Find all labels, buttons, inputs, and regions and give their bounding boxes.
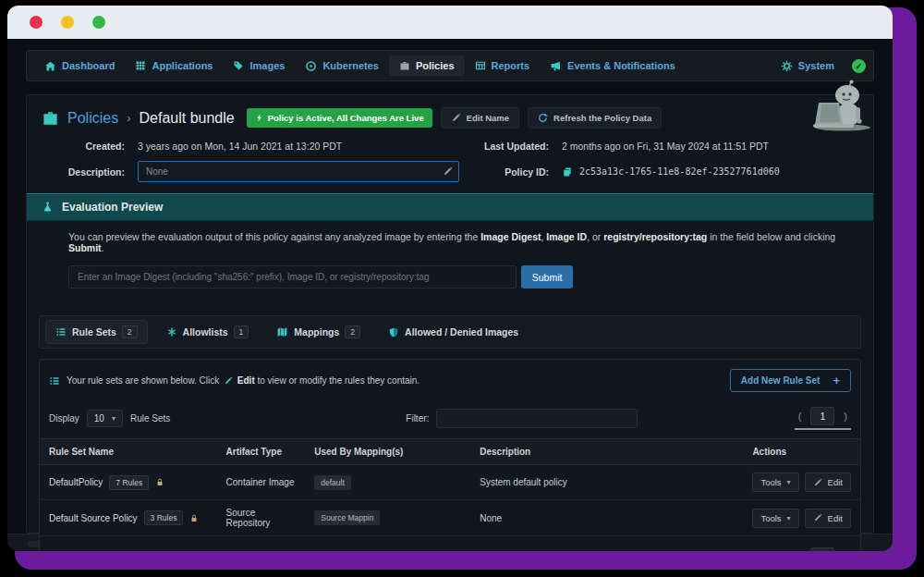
filter-input[interactable]: [436, 409, 638, 428]
copy-icon[interactable]: [562, 166, 573, 178]
nav-item-kubernetes[interactable]: Kubernetes: [295, 55, 389, 77]
nav-label: Images: [249, 60, 285, 71]
rule-sets-info-row: Your rule sets are shown below. Click Ed…: [40, 360, 860, 399]
table-row: Default Source Policy 3 Rules Source Rep…: [40, 500, 860, 536]
tab-allowed-denied-images[interactable]: Allowed / Denied Images: [379, 322, 528, 343]
lock-icon: [155, 477, 164, 487]
nav-item-dashboard[interactable]: Dashboard: [34, 55, 125, 77]
nav-label: Policies: [416, 60, 455, 71]
table-header-row: Rule Set Name Artifact Type Used By Mapp…: [40, 439, 860, 465]
pencil-icon: [813, 513, 822, 522]
evaluation-preview-header: Evaluation Preview: [27, 193, 873, 221]
created-label: Created:: [42, 141, 138, 152]
col-rule-set-name: Rule Set Name: [40, 439, 217, 465]
filter-label: Filter:: [406, 413, 429, 424]
policy-detail-panel: Policies › Default bundle Policy is Acti…: [26, 94, 874, 534]
submit-button[interactable]: Submit: [521, 265, 573, 288]
grid-icon: [135, 60, 146, 71]
close-window-button[interactable]: [30, 16, 43, 29]
tab-count-badge: 2: [122, 325, 138, 338]
pagination-top: ( 1 ): [795, 407, 851, 430]
nav-label: Kubernetes: [322, 60, 379, 71]
system-health-ok-icon[interactable]: ✓: [852, 59, 866, 73]
button-label: Edit Name: [467, 113, 509, 123]
last-updated-label: Last Updated:: [480, 141, 562, 152]
edit-rule-set-button[interactable]: Edit: [805, 473, 851, 492]
prev-page-button[interactable]: (: [798, 411, 802, 422]
filter-group: Filter:: [406, 409, 638, 428]
col-used-by-mappings: Used By Mapping(s): [305, 439, 470, 465]
table-controls-row: Display 10 ▾ Rule Sets Filter: ( 1: [40, 399, 860, 438]
list-icon: [49, 375, 60, 387]
tab-rule-sets[interactable]: Rule Sets 2: [45, 320, 148, 344]
briefcase-icon: [399, 60, 410, 71]
breadcrumb-policies-link[interactable]: Policies: [67, 110, 118, 127]
rule-sets-table: Rule Set Name Artifact Type Used By Mapp…: [40, 438, 860, 536]
nav-item-system[interactable]: System: [771, 55, 845, 77]
policy-id-label: Policy ID:: [480, 166, 562, 178]
breadcrumb-separator: ›: [127, 111, 130, 125]
navbar-right-group: System ✓: [771, 55, 866, 77]
tab-label: Allowlists: [183, 326, 228, 338]
created-value: 3 years ago on Mon, 14 Jun 2021 at 13:20…: [138, 141, 342, 152]
current-page-button[interactable]: 1: [810, 547, 834, 551]
main-navbar: Dashboard Applications Images Kubernetes…: [26, 50, 874, 81]
rules-count-badge: 7 Rules: [109, 475, 149, 490]
rule-set-description: None: [470, 500, 743, 536]
kubernetes-icon: [305, 60, 317, 72]
nav-label: Dashboard: [62, 60, 115, 71]
megaphone-icon: [550, 60, 562, 72]
nav-item-applications[interactable]: Applications: [125, 55, 223, 76]
rule-sets-info-text: Your rule sets are shown below. Click Ed…: [49, 375, 419, 387]
nav-label: System: [798, 60, 834, 71]
col-actions: Actions: [743, 439, 860, 465]
rules-count-badge: 3 Rules: [144, 510, 184, 525]
tab-allowlists[interactable]: Allowlists 1: [157, 321, 259, 343]
add-new-rule-set-button[interactable]: Add New Rule Set +: [730, 369, 851, 392]
gear-icon: [781, 60, 793, 72]
edit-rule-set-button[interactable]: Edit: [805, 509, 851, 528]
tools-dropdown-button[interactable]: Tools ▾: [752, 509, 798, 528]
nav-item-events-notifications[interactable]: Events & Notifications: [540, 55, 686, 77]
nav-item-reports[interactable]: Reports: [465, 55, 541, 76]
map-icon: [276, 326, 288, 338]
next-page-button[interactable]: ): [844, 411, 847, 422]
report-table-icon: [475, 60, 486, 71]
col-artifact-type: Artifact Type: [217, 439, 306, 465]
table-row: DefaultPolicy 7 Rules Container Image de…: [40, 465, 860, 500]
button-label: Add New Rule Set: [741, 375, 821, 386]
page-title: Default bundle: [139, 110, 234, 127]
nav-item-policies[interactable]: Policies: [389, 55, 465, 76]
policy-id-row: Policy ID: 2c53a13c-1765-11e8-82ef-23527…: [480, 161, 858, 182]
refresh-icon: [538, 113, 548, 123]
description-input[interactable]: [138, 161, 459, 182]
macos-titlebar: [7, 6, 893, 39]
table-footer-row: Showing 1 to 2 of 2 Rule Sets ( 1 ): [40, 536, 860, 551]
last-updated-row: Last Updated: 2 months ago on Fri, 31 Ma…: [480, 141, 858, 152]
pagination-bottom: ( 1 ): [795, 547, 851, 551]
display-count-select[interactable]: 10 ▾: [87, 410, 123, 427]
tools-dropdown-button[interactable]: Tools ▾: [752, 473, 798, 492]
zoom-window-button[interactable]: [92, 16, 105, 29]
evaluation-preview-title: Evaluation Preview: [62, 201, 163, 214]
edit-name-button[interactable]: Edit Name: [441, 107, 519, 129]
current-page-button[interactable]: 1: [810, 407, 834, 425]
tag-icon: [233, 60, 244, 71]
tab-mappings[interactable]: Mappings 2: [267, 321, 370, 343]
nav-item-images[interactable]: Images: [223, 55, 295, 76]
nav-label: Applications: [152, 60, 213, 71]
pencil-icon: [451, 113, 461, 123]
display-suffix: Rule Sets: [130, 413, 170, 424]
minimize-window-button[interactable]: [61, 16, 74, 29]
image-digest-input[interactable]: [68, 265, 517, 288]
pencil-icon: [813, 478, 822, 487]
evaluation-input-row: Submit: [68, 265, 855, 288]
col-description: Description: [470, 439, 743, 465]
pencil-icon[interactable]: [443, 166, 453, 177]
refresh-policy-data-button[interactable]: Refresh the Policy Data: [528, 107, 662, 129]
evaluation-preview-body: You can preview the evaluation output of…: [27, 221, 873, 303]
lock-icon: [189, 513, 199, 523]
description-label: Description:: [42, 166, 138, 178]
nav-label: Reports: [492, 60, 530, 71]
home-icon: [44, 60, 56, 72]
